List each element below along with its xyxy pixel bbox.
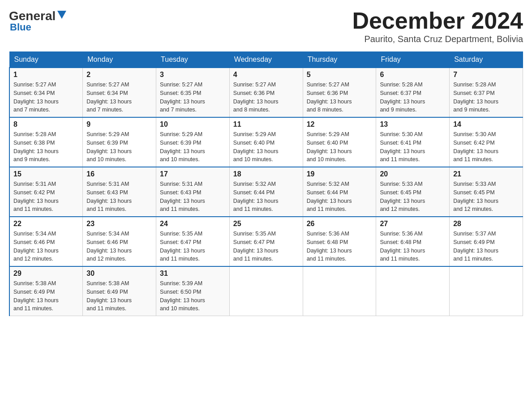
day-number: 17 [160,170,226,178]
day-number: 3 [160,71,226,79]
calendar-cell: 26Sunrise: 5:36 AMSunset: 6:48 PMDayligh… [303,217,376,266]
calendar-cell: 9Sunrise: 5:29 AMSunset: 6:39 PMDaylight… [83,117,156,167]
day-info: Sunrise: 5:27 AMSunset: 6:36 PMDaylight:… [307,81,373,114]
day-info: Sunrise: 5:32 AMSunset: 6:44 PMDaylight:… [307,180,373,214]
day-number: 25 [233,220,299,228]
day-info: Sunrise: 5:27 AMSunset: 6:36 PMDaylight:… [233,81,299,114]
day-number: 22 [13,220,79,228]
day-info: Sunrise: 5:36 AMSunset: 6:48 PMDaylight:… [307,230,373,263]
day-info: Sunrise: 5:31 AMSunset: 6:43 PMDaylight:… [160,180,226,214]
day-info: Sunrise: 5:38 AMSunset: 6:49 PMDaylight:… [13,279,79,313]
day-info: Sunrise: 5:34 AMSunset: 6:46 PMDaylight:… [86,230,152,263]
day-number: 9 [86,120,152,128]
calendar-cell: 17Sunrise: 5:31 AMSunset: 6:43 PMDayligh… [156,167,230,217]
day-info: Sunrise: 5:29 AMSunset: 6:39 PMDaylight:… [160,130,226,164]
title-section: December 2024 Paurito, Santa Cruz Depart… [352,9,523,44]
day-number: 18 [233,170,299,178]
calendar-cell: 6Sunrise: 5:28 AMSunset: 6:37 PMDaylight… [376,68,450,117]
calendar-cell: 10Sunrise: 5:29 AMSunset: 6:39 PMDayligh… [156,117,230,167]
day-number: 29 [13,270,79,278]
page-header: General Blue December 2024 Paurito, Sant… [9,9,523,44]
header-thursday: Thursday [303,52,376,68]
day-info: Sunrise: 5:33 AMSunset: 6:45 PMDaylight:… [453,180,519,214]
calendar-cell: 4Sunrise: 5:27 AMSunset: 6:36 PMDaylight… [229,68,303,117]
day-number: 21 [453,170,519,178]
calendar-cell: 13Sunrise: 5:30 AMSunset: 6:41 PMDayligh… [376,117,450,167]
day-info: Sunrise: 5:38 AMSunset: 6:49 PMDaylight:… [86,279,152,313]
calendar-cell: 29Sunrise: 5:38 AMSunset: 6:49 PMDayligh… [9,266,83,316]
calendar-cell: 31Sunrise: 5:39 AMSunset: 6:50 PMDayligh… [156,266,230,316]
calendar-cell: 24Sunrise: 5:35 AMSunset: 6:47 PMDayligh… [156,217,230,266]
calendar-table: SundayMondayTuesdayWednesdayThursdayFrid… [9,51,523,316]
day-number: 14 [453,120,519,128]
day-number: 26 [307,220,373,228]
logo-triangle-icon [57,11,66,20]
day-info: Sunrise: 5:27 AMSunset: 6:34 PMDaylight:… [86,81,152,114]
day-number: 15 [13,170,79,178]
day-info: Sunrise: 5:31 AMSunset: 6:43 PMDaylight:… [86,180,152,214]
day-info: Sunrise: 5:29 AMSunset: 6:39 PMDaylight:… [86,130,152,164]
calendar-row-3: 15Sunrise: 5:31 AMSunset: 6:42 PMDayligh… [9,167,523,217]
calendar-cell: 25Sunrise: 5:35 AMSunset: 6:47 PMDayligh… [229,217,303,266]
calendar-cell: 27Sunrise: 5:36 AMSunset: 6:48 PMDayligh… [376,217,450,266]
day-number: 8 [13,120,79,128]
calendar-cell: 14Sunrise: 5:30 AMSunset: 6:42 PMDayligh… [450,117,523,167]
calendar-cell: 12Sunrise: 5:29 AMSunset: 6:40 PMDayligh… [303,117,376,167]
day-info: Sunrise: 5:27 AMSunset: 6:34 PMDaylight:… [13,81,79,114]
day-info: Sunrise: 5:36 AMSunset: 6:48 PMDaylight:… [380,230,446,263]
calendar-row-4: 22Sunrise: 5:34 AMSunset: 6:46 PMDayligh… [9,217,523,266]
calendar-cell: 3Sunrise: 5:27 AMSunset: 6:35 PMDaylight… [156,68,230,117]
day-number: 20 [380,170,446,178]
day-number: 30 [86,270,152,278]
calendar-cell: 15Sunrise: 5:31 AMSunset: 6:42 PMDayligh… [9,167,83,217]
day-info: Sunrise: 5:31 AMSunset: 6:42 PMDaylight:… [13,180,79,214]
calendar-cell: 11Sunrise: 5:29 AMSunset: 6:40 PMDayligh… [229,117,303,167]
location-title: Paurito, Santa Cruz Department, Bolivia [352,34,523,44]
calendar-cell: 23Sunrise: 5:34 AMSunset: 6:46 PMDayligh… [83,217,156,266]
day-number: 24 [160,220,226,228]
day-number: 13 [380,120,446,128]
calendar-cell [229,266,303,316]
header-sunday: Sunday [9,52,83,68]
day-info: Sunrise: 5:34 AMSunset: 6:46 PMDaylight:… [13,230,79,263]
day-number: 12 [307,120,373,128]
calendar-cell: 22Sunrise: 5:34 AMSunset: 6:46 PMDayligh… [9,217,83,266]
calendar-cell: 30Sunrise: 5:38 AMSunset: 6:49 PMDayligh… [83,266,156,316]
day-number: 19 [307,170,373,178]
day-number: 6 [380,71,446,79]
day-number: 31 [160,270,226,278]
day-number: 5 [307,71,373,79]
logo: General Blue [9,9,66,33]
calendar-cell: 7Sunrise: 5:28 AMSunset: 6:37 PMDaylight… [450,68,523,117]
day-info: Sunrise: 5:37 AMSunset: 6:49 PMDaylight:… [453,230,519,263]
svg-marker-0 [57,11,66,19]
day-number: 10 [160,120,226,128]
calendar-cell: 1Sunrise: 5:27 AMSunset: 6:34 PMDaylight… [9,68,83,117]
calendar-cell: 18Sunrise: 5:32 AMSunset: 6:44 PMDayligh… [229,167,303,217]
calendar-cell: 2Sunrise: 5:27 AMSunset: 6:34 PMDaylight… [83,68,156,117]
day-number: 28 [453,220,519,228]
header-saturday: Saturday [450,52,523,68]
calendar-cell [450,266,523,316]
calendar-header-row: SundayMondayTuesdayWednesdayThursdayFrid… [9,52,523,68]
calendar-cell: 5Sunrise: 5:27 AMSunset: 6:36 PMDaylight… [303,68,376,117]
day-number: 27 [380,220,446,228]
logo-blue-text: Blue [10,21,31,33]
day-number: 1 [13,71,79,79]
day-info: Sunrise: 5:35 AMSunset: 6:47 PMDaylight:… [233,230,299,263]
day-info: Sunrise: 5:27 AMSunset: 6:35 PMDaylight:… [160,81,226,114]
header-wednesday: Wednesday [229,52,303,68]
calendar-cell [376,266,450,316]
calendar-cell [303,266,376,316]
calendar-row-1: 1Sunrise: 5:27 AMSunset: 6:34 PMDaylight… [9,68,523,117]
day-info: Sunrise: 5:32 AMSunset: 6:44 PMDaylight:… [233,180,299,214]
calendar-row-2: 8Sunrise: 5:28 AMSunset: 6:38 PMDaylight… [9,117,523,167]
day-number: 16 [86,170,152,178]
day-info: Sunrise: 5:29 AMSunset: 6:40 PMDaylight:… [233,130,299,164]
day-info: Sunrise: 5:35 AMSunset: 6:47 PMDaylight:… [160,230,226,263]
month-title: December 2024 [352,9,523,32]
day-info: Sunrise: 5:28 AMSunset: 6:38 PMDaylight:… [13,130,79,164]
header-tuesday: Tuesday [156,52,230,68]
day-info: Sunrise: 5:28 AMSunset: 6:37 PMDaylight:… [453,81,519,114]
day-info: Sunrise: 5:39 AMSunset: 6:50 PMDaylight:… [160,279,226,313]
